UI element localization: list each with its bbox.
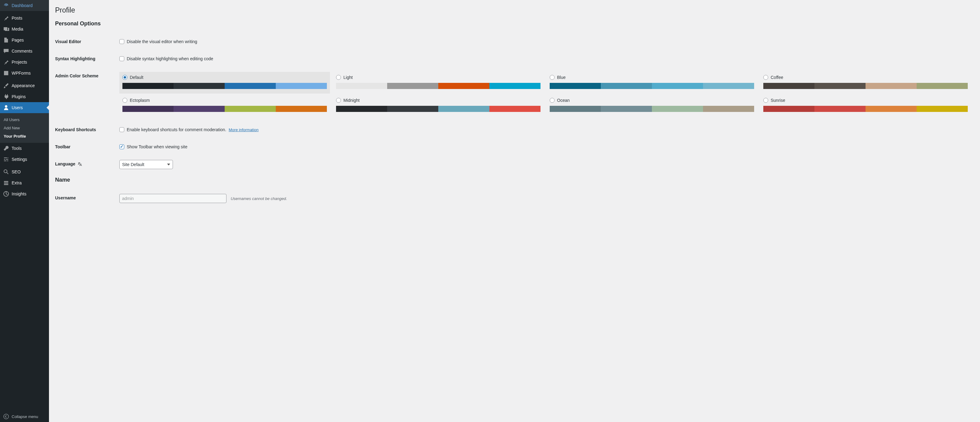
sidebar-item-pages[interactable]: Pages	[0, 35, 49, 46]
collapse-menu[interactable]: Collapse menu	[0, 411, 49, 422]
pin-icon	[3, 15, 9, 21]
color-scheme-name[interactable]: Ocean	[557, 98, 570, 103]
color-scheme-radio[interactable]	[336, 75, 341, 80]
sidebar-item-label: Projects	[12, 60, 27, 65]
sidebar-item-dashboard[interactable]: Dashboard	[0, 0, 49, 11]
color-scheme-option[interactable]: Ectoplasm	[119, 95, 330, 116]
color-scheme-option[interactable]: Midnight	[333, 95, 544, 116]
color-scheme-name[interactable]: Midnight	[344, 98, 360, 103]
color-swatch	[763, 106, 968, 112]
toolbar-checkbox[interactable]	[119, 144, 124, 149]
color-scheme-radio[interactable]	[550, 98, 555, 103]
toolbar-checkbox-label[interactable]: Show Toolbar when viewing site	[127, 144, 187, 149]
language-label: Language	[55, 155, 116, 174]
brush-icon	[3, 82, 9, 89]
color-swatch	[550, 106, 754, 112]
svg-point-0	[4, 170, 7, 173]
color-scheme-radio[interactable]	[123, 75, 127, 80]
color-scheme-name[interactable]: Coffee	[771, 75, 783, 80]
collapse-icon	[3, 413, 9, 420]
color-scheme-option[interactable]: Light	[333, 72, 544, 94]
keyboard-shortcuts-checkbox-label[interactable]: Enable keyboard shortcuts for comment mo…	[127, 127, 226, 132]
sidebar-item-insights[interactable]: Insights	[0, 188, 49, 199]
username-input	[119, 194, 226, 203]
sidebar-item-wpforms[interactable]: WPForms	[0, 68, 49, 79]
sidebar-item-appearance[interactable]: Appearance	[0, 80, 49, 91]
sidebar-item-comments[interactable]: Comments	[0, 46, 49, 57]
color-scheme-option[interactable]: Default	[119, 72, 330, 94]
username-description: Usernames cannot be changed.	[231, 196, 287, 201]
admin-sidebar: Dashboard Posts Media Pages Comments Pro…	[0, 0, 49, 422]
color-scheme-name[interactable]: Ectoplasm	[130, 98, 150, 103]
color-scheme-name[interactable]: Blue	[557, 75, 566, 80]
color-scheme-name[interactable]: Default	[130, 75, 143, 80]
pin-icon	[3, 59, 9, 65]
seo-icon	[3, 169, 9, 175]
submenu-your-profile[interactable]: Your Profile	[0, 132, 49, 140]
sidebar-item-plugins[interactable]: Plugins	[0, 91, 49, 102]
form-icon	[3, 70, 9, 76]
color-scheme-radio[interactable]	[763, 98, 768, 103]
color-scheme-radio[interactable]	[763, 75, 768, 80]
sidebar-item-tools[interactable]: Tools	[0, 143, 49, 154]
color-swatch	[336, 83, 541, 89]
media-icon	[3, 26, 9, 32]
comments-icon	[3, 48, 9, 54]
main-content: Profile Personal Options Visual Editor D…	[49, 0, 980, 422]
sidebar-item-users[interactable]: Users	[0, 102, 49, 113]
pages-icon	[3, 37, 9, 43]
submenu-add-new[interactable]: Add New	[0, 124, 49, 132]
sidebar-item-settings[interactable]: Settings	[0, 154, 49, 165]
dashboard-icon	[3, 2, 9, 9]
color-scheme-option[interactable]: Blue	[547, 72, 757, 94]
visual-editor-label: Visual Editor	[55, 33, 116, 50]
extra-icon	[3, 180, 9, 186]
color-scheme-radio[interactable]	[123, 98, 127, 103]
keyboard-more-info-link[interactable]: More information	[229, 127, 259, 132]
submenu-all-users[interactable]: All Users	[0, 116, 49, 124]
section-name: Name	[55, 177, 974, 183]
color-scheme-option[interactable]: Coffee	[760, 72, 971, 94]
page-title: Profile	[55, 6, 974, 14]
syntax-highlighting-checkbox-label[interactable]: Disable syntax highlighting when editing…	[127, 56, 213, 61]
color-scheme-label: Admin Color Scheme	[55, 67, 116, 121]
sidebar-item-label: Tools	[12, 146, 22, 151]
svg-point-2	[4, 414, 9, 419]
sidebar-item-label: SEO	[12, 170, 21, 174]
wrench-icon	[3, 145, 9, 151]
insights-icon	[3, 191, 9, 197]
color-scheme-name[interactable]: Light	[344, 75, 353, 80]
sidebar-item-media[interactable]: Media	[0, 24, 49, 35]
color-swatch	[336, 106, 541, 112]
sidebar-item-label: WPForms	[12, 71, 30, 76]
syntax-highlighting-checkbox[interactable]	[119, 56, 124, 61]
sidebar-item-label: Comments	[12, 49, 32, 54]
sidebar-item-label: Media	[12, 27, 23, 32]
sidebar-item-extra[interactable]: Extra	[0, 178, 49, 188]
language-select[interactable]: Site Default	[119, 160, 173, 169]
username-label: Username	[55, 189, 116, 208]
color-scheme-name[interactable]: Sunrise	[771, 98, 785, 103]
sidebar-item-label: Insights	[12, 192, 26, 196]
user-icon	[3, 105, 9, 111]
visual-editor-checkbox[interactable]	[119, 39, 124, 44]
keyboard-shortcuts-checkbox[interactable]	[119, 127, 124, 132]
color-scheme-option[interactable]: Sunrise	[760, 95, 971, 116]
sliders-icon	[3, 156, 9, 162]
toolbar-label: Toolbar	[55, 138, 116, 155]
language-label-text: Language	[55, 162, 75, 167]
color-scheme-radio[interactable]	[550, 75, 555, 80]
sidebar-item-label: Plugins	[12, 94, 26, 99]
plug-icon	[3, 94, 9, 100]
color-scheme-radio[interactable]	[336, 98, 341, 103]
keyboard-shortcuts-label: Keyboard Shortcuts	[55, 121, 116, 138]
sidebar-item-projects[interactable]: Projects	[0, 57, 49, 68]
visual-editor-checkbox-label[interactable]: Disable the visual editor when writing	[127, 39, 197, 44]
color-scheme-option[interactable]: Ocean	[547, 95, 757, 116]
sidebar-item-posts[interactable]: Posts	[0, 13, 49, 24]
color-swatch	[763, 83, 968, 89]
color-swatch	[123, 83, 327, 89]
sidebar-item-seo[interactable]: SEO	[0, 167, 49, 178]
syntax-highlighting-label: Syntax Highlighting	[55, 50, 116, 67]
color-swatch	[550, 83, 754, 89]
